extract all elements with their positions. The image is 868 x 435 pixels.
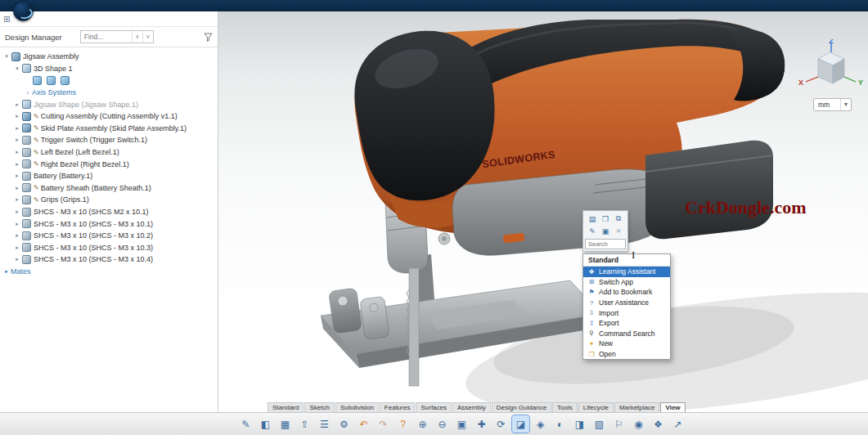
tree-item[interactable]: ▸✎Grips (Grips.1) — [0, 194, 218, 206]
properties-icon[interactable]: ☰ — [316, 415, 333, 433]
tree-expand-icon[interactable]: ▸ — [13, 137, 21, 143]
tree-expand-icon[interactable]: ▸ — [13, 173, 21, 179]
tree-item[interactable]: ▸✎Battery Sheath (Battery Sheath.1) — [0, 182, 218, 195]
menu-item-learning-assistant[interactable]: ❖Learning Assistant — [583, 267, 670, 277]
tree-item[interactable]: ›Axis Systems — [0, 87, 218, 99]
tab-sketch[interactable]: Sketch — [304, 402, 334, 412]
section-view-icon[interactable]: ◪ — [512, 415, 529, 433]
panel-toggle-icon[interactable]: ⊞ — [3, 15, 10, 24]
undo-icon[interactable]: ↶ — [355, 415, 372, 433]
zoom-fit-icon[interactable]: ▣ — [453, 415, 470, 433]
tree-expand-icon[interactable]: ▸ — [13, 101, 21, 108]
hide-show-icon[interactable]: ◐ — [551, 415, 569, 433]
tree-item[interactable]: ▸Mates — [0, 266, 218, 278]
find-previous-icon[interactable]: ∧ — [132, 31, 142, 43]
tree-item[interactable]: ▸✎Left Bezel (Left Bezel.1) — [0, 146, 218, 159]
tree-item[interactable]: ▸✎Skid Plate Assembly (Skid Plate Assemb… — [0, 123, 218, 135]
menu-item-export[interactable]: ⇧Export — [583, 318, 670, 329]
shape-badge-icon[interactable] — [61, 76, 70, 85]
find-next-icon[interactable]: ∨ — [142, 31, 153, 43]
tree-item[interactable]: ▸✎Right Bezel (Right Bezel.1) — [0, 158, 218, 170]
settings-gear-icon[interactable]: ⚙ — [335, 415, 353, 433]
tree-expand-icon[interactable]: ▸ — [13, 125, 21, 132]
menu-item-add-to-bookmark[interactable]: ⚑Add to Bookmark — [583, 287, 670, 298]
command-search-input[interactable] — [585, 239, 626, 249]
flag-icon[interactable]: ⚐ — [610, 415, 627, 433]
zoom-in-icon[interactable]: ⊕ — [414, 415, 431, 433]
tree-item[interactable]: ▸Battery (Battery.1) — [0, 170, 218, 182]
export-icon[interactable]: ⇧ — [296, 415, 313, 433]
tree-expand-icon[interactable]: ▸ — [2, 268, 11, 275]
redo-icon[interactable]: ↷ — [375, 415, 392, 433]
book-icon[interactable]: ❐ — [599, 213, 612, 225]
copy-icon[interactable]: ⧉ — [612, 213, 625, 225]
tab-surfaces[interactable]: Surfaces — [416, 402, 452, 412]
tree-item-label: Grips (Grips.1) — [41, 195, 89, 204]
rotate-view-icon[interactable]: ⟳ — [492, 415, 510, 433]
zoom-out-icon[interactable]: ⊖ — [434, 415, 451, 433]
layout-icon[interactable]: ▣ — [599, 225, 612, 237]
units-dropdown[interactable]: mm ▼ — [813, 98, 852, 111]
tab-subdivision[interactable]: Subdivision — [335, 402, 379, 412]
tree-item[interactable]: ▸SHCS - M3 x 10 (SHCS M2 x 10.1) — [0, 206, 218, 218]
find-input[interactable] — [81, 31, 132, 43]
view-orientation-triad[interactable]: Z Y X — [794, 39, 867, 98]
tab-design-guidance[interactable]: Design Guidance — [492, 402, 551, 412]
tree-expand-icon[interactable]: ▸ — [13, 209, 21, 215]
tree-expand-icon[interactable]: ▾ — [13, 65, 21, 72]
tree-item[interactable]: ▸SHCS - M3 x 10 (SHCS - M3 x 10.2) — [0, 230, 218, 242]
tree-expand-icon[interactable]: ▸ — [13, 221, 21, 227]
tab-lifecycle[interactable]: Lifecycle — [578, 402, 614, 412]
3dexperience-logo-icon[interactable] — [13, 1, 34, 21]
tree-item[interactable]: ▸SHCS - M3 x 10 (SHCS - M3 x 10.3) — [0, 242, 218, 254]
tab-marketplace[interactable]: Marketplace — [614, 402, 660, 412]
note-icon[interactable]: ▤ — [586, 213, 599, 225]
appearance-icon[interactable]: ◨ — [571, 415, 588, 433]
sketch-icon[interactable]: ✎ — [237, 415, 254, 433]
tree-item[interactable]: ▸SHCS - M3 x 10 (SHCS - M3 x 10.1) — [0, 218, 218, 230]
tree-item[interactable]: ▸Jigsaw Shape (Jigsaw Shape.1) — [0, 98, 218, 110]
tree-expand-icon[interactable]: ▸ — [13, 196, 21, 203]
components-icon[interactable]: ❖ — [650, 415, 667, 433]
tree-item[interactable]: ▾3D Shape 1 — [0, 63, 218, 75]
focus-icon[interactable]: ◉ — [630, 415, 647, 433]
share-icon[interactable]: ↗ — [669, 415, 686, 433]
save-icon[interactable]: ▦ — [277, 415, 294, 433]
tree-item[interactable]: ▾Jigsaw Assembly — [0, 51, 218, 63]
tree-expand-icon[interactable]: ▸ — [13, 256, 21, 262]
tree-item[interactable]: ▸SHCS - M3 x 10 (SHCS - M3 x 10.4) — [0, 253, 218, 266]
menu-item-new[interactable]: ✦New — [583, 339, 670, 349]
menu-item-import[interactable]: ⇩Import — [583, 307, 670, 318]
tree-expand-icon[interactable]: ▸ — [13, 149, 21, 155]
tree-expand-icon[interactable]: ▾ — [2, 53, 11, 60]
viewport-3d[interactable]: SOLIDWORKS CrkDongle.com Z Y X mm ▼ ▤❐⧉✎… — [218, 11, 868, 412]
grid-icon[interactable]: ⌗ — [612, 225, 625, 237]
menu-item-user-assistance[interactable]: ?User Assistance — [583, 298, 670, 308]
tree-item[interactable]: ▸✎Cutting Assembly (Cutting Assembly v1.… — [0, 110, 218, 123]
tree-expand-icon[interactable]: ▸ — [13, 232, 21, 239]
tree-expand-icon[interactable]: ▸ — [13, 185, 21, 191]
tab-view[interactable]: View — [660, 402, 685, 412]
menu-item-switch-app[interactable]: ⊞Switch App — [583, 277, 670, 288]
tree-expand-icon[interactable]: ▸ — [13, 161, 21, 168]
tab-tools[interactable]: Tools — [552, 402, 578, 412]
filter-icon[interactable] — [204, 33, 213, 42]
shape-badge-icon[interactable] — [33, 76, 42, 85]
tab-standard[interactable]: Standard — [268, 402, 304, 412]
scene-icon[interactable]: ▧ — [591, 415, 608, 433]
help-icon[interactable]: ? — [394, 415, 412, 433]
edit-icon[interactable]: ✎ — [586, 225, 599, 237]
tree-expand-icon[interactable]: › — [24, 90, 32, 96]
pan-icon[interactable]: ✚ — [473, 415, 490, 433]
tree-expand-icon[interactable]: ▸ — [13, 244, 21, 251]
shapes-icon[interactable]: ◧ — [257, 415, 274, 433]
menu-item-command-search[interactable]: ⚲Command Search — [583, 329, 670, 339]
tree-item[interactable] — [0, 74, 218, 87]
tree-expand-icon[interactable]: ▸ — [13, 113, 21, 119]
tree-item[interactable]: ▸✎Trigger Switch (Trigger Switch.1) — [0, 134, 218, 146]
display-style-icon[interactable]: ◈ — [532, 415, 549, 433]
shape-badge-icon[interactable] — [47, 76, 56, 85]
tab-features[interactable]: Features — [380, 402, 416, 412]
tab-assembly[interactable]: Assembly — [452, 402, 491, 412]
menu-item-open[interactable]: ❒Open — [583, 349, 670, 360]
